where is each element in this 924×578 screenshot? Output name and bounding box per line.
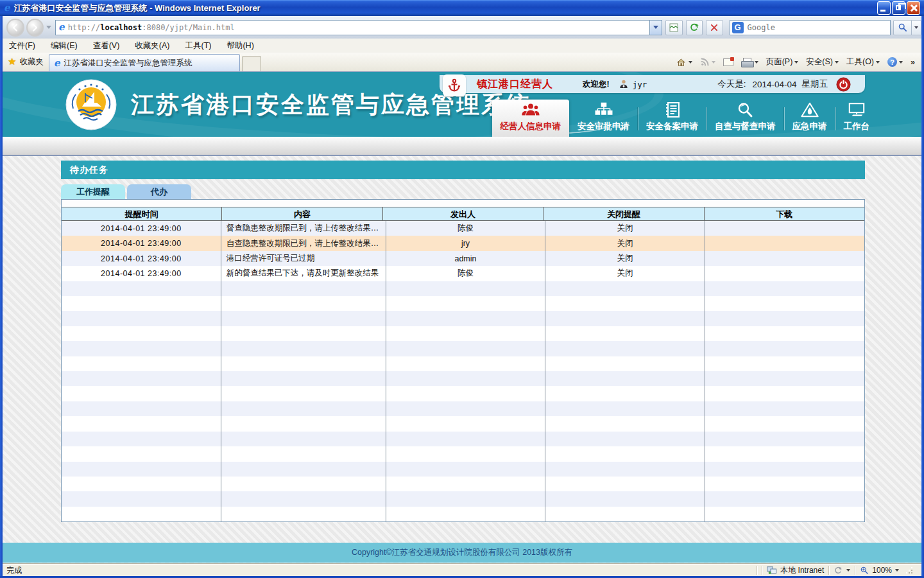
menu-edit[interactable]: 编辑(E) xyxy=(51,40,78,51)
home-icon xyxy=(676,57,687,67)
print-button[interactable] xyxy=(741,58,758,67)
menu-tools[interactable]: 工具(T) xyxy=(185,40,211,51)
recent-pages-dropdown[interactable] xyxy=(46,26,51,29)
table-row-empty xyxy=(62,386,864,401)
page-menu-button[interactable]: 页面(P) xyxy=(766,57,799,67)
cell-content xyxy=(221,296,386,311)
protected-mode-button[interactable] xyxy=(834,566,850,575)
table-row-empty xyxy=(62,296,864,311)
nav-safety-approval[interactable]: 安全审批申请 xyxy=(569,101,638,137)
header-content: 内容 xyxy=(222,207,382,220)
port-authority-logo xyxy=(65,79,117,130)
welcome-label: 欢迎您! xyxy=(583,79,610,90)
browser-tab-active[interactable]: 江苏省港口安全监管与应急管理系统 xyxy=(49,54,240,71)
cell-close-link[interactable]: 关闭 xyxy=(545,266,705,281)
cell-sender xyxy=(386,281,546,296)
refresh-button[interactable] xyxy=(686,20,703,35)
cell-remind-time xyxy=(62,401,221,416)
logout-power-button[interactable] xyxy=(836,77,851,92)
forward-button[interactable] xyxy=(26,19,44,37)
cell-download xyxy=(705,462,864,477)
restore-button[interactable] xyxy=(892,1,905,15)
refresh-circle-icon xyxy=(834,566,843,575)
site-banner: 江苏省港口安全监管与应急管理系统 镇江港口经营人 欢迎您! jyr 今天是: 2… xyxy=(3,72,921,137)
search-button[interactable] xyxy=(893,20,912,35)
menu-help[interactable]: 帮助(H) xyxy=(227,40,253,51)
cell-sender xyxy=(386,341,546,356)
cell-sender xyxy=(386,477,546,491)
read-mail-button[interactable] xyxy=(723,58,733,66)
cell-content: 港口经营许可证号已过期 xyxy=(221,251,386,266)
close-button[interactable] xyxy=(907,1,920,15)
table-top-strip xyxy=(62,200,864,207)
safety-menu-button[interactable]: 安全(S) xyxy=(806,57,839,67)
cell-close-link xyxy=(545,371,705,386)
menu-view[interactable]: 查看(V) xyxy=(93,40,120,51)
command-overflow-button[interactable] xyxy=(911,58,915,67)
workbench-monitor-icon xyxy=(848,101,866,118)
cell-close-link[interactable]: 关闭 xyxy=(545,251,705,266)
menu-favorites[interactable]: 收藏夹(A) xyxy=(135,40,169,51)
cell-remind-time xyxy=(62,446,221,461)
main-navigation: 经营人信息申请 安全审批申请 安全备案申请 自查与督查申请 应急申请 xyxy=(492,98,878,137)
table-row-empty xyxy=(62,356,864,371)
cell-sender xyxy=(386,462,546,477)
cell-download xyxy=(705,221,864,236)
cell-close-link[interactable]: 关闭 xyxy=(545,221,705,236)
cell-close-link[interactable]: 关闭 xyxy=(545,236,705,250)
cell-download xyxy=(705,281,864,296)
address-field[interactable]: http://localhost:8080/yjpt/Main.html xyxy=(55,20,662,35)
zoom-control[interactable]: 100% xyxy=(860,566,899,575)
rss-feed-icon xyxy=(700,57,710,67)
cell-content xyxy=(221,326,386,341)
cell-close-link xyxy=(545,507,705,521)
emergency-triangle-icon xyxy=(801,101,819,118)
nav-emergency[interactable]: 应急申请 xyxy=(784,101,835,137)
tools-menu-button[interactable]: 工具(O) xyxy=(846,57,880,67)
search-input[interactable] xyxy=(748,23,890,32)
nav-self-inspection[interactable]: 自查与督查申请 xyxy=(706,101,784,137)
nav-safety-record[interactable]: 安全备案申请 xyxy=(638,101,706,137)
new-tab-stub[interactable] xyxy=(242,56,261,71)
cell-sender xyxy=(386,386,546,401)
back-button[interactable] xyxy=(6,19,24,37)
compatibility-view-button[interactable] xyxy=(665,20,683,35)
panel-title: 待办任务 xyxy=(70,164,108,175)
username: jyr xyxy=(633,80,647,89)
org-badge: 镇江港口经营人 xyxy=(477,78,553,91)
cell-download xyxy=(705,507,864,521)
cell-download xyxy=(705,401,864,416)
cell-content: 自查隐患整改期限已到，请上传整改结果… xyxy=(221,236,386,250)
tab-agency[interactable]: 代办 xyxy=(127,184,191,199)
window-frame-right xyxy=(921,16,924,578)
home-button[interactable] xyxy=(676,57,692,67)
cell-download xyxy=(705,251,864,266)
table-row-empty xyxy=(62,401,864,416)
cell-download xyxy=(705,266,864,281)
menu-file[interactable]: 文件(F) xyxy=(9,40,35,51)
zone-label: 本地 Intranet xyxy=(780,565,824,576)
cell-content xyxy=(221,341,386,356)
refresh-icon xyxy=(689,22,699,33)
table-row-empty xyxy=(62,416,864,431)
cell-remind-time xyxy=(62,296,221,311)
user-info-strip: 镇江港口经营人 欢迎您! jyr 今天是: 2014-04-04 星期五 xyxy=(440,75,865,93)
cell-remind-time xyxy=(62,491,221,506)
help-menu-button[interactable] xyxy=(887,57,903,67)
nav-operator-info[interactable]: 经营人信息申请 xyxy=(492,100,570,137)
address-dropdown-button[interactable] xyxy=(649,21,662,35)
table-row-empty xyxy=(62,281,864,296)
tab-work-reminder[interactable]: 工作提醒 xyxy=(61,184,125,199)
resize-grip[interactable] xyxy=(906,567,912,574)
favorites-button[interactable]: 收藏夹 xyxy=(8,54,44,69)
cell-content xyxy=(221,281,386,296)
window-title: 江苏省港口安全监管与应急管理系统 - Windows Internet Expl… xyxy=(14,3,261,14)
cell-content xyxy=(221,371,386,386)
stop-button[interactable] xyxy=(706,20,723,35)
search-options-dropdown[interactable] xyxy=(912,20,921,35)
tab-favicon-icon xyxy=(54,58,60,68)
minimize-button[interactable] xyxy=(877,1,891,15)
feeds-button[interactable] xyxy=(700,57,715,67)
nav-workbench[interactable]: 工作台 xyxy=(835,101,878,137)
cell-remind-time: 2014-04-01 23:49:00 xyxy=(62,251,221,266)
